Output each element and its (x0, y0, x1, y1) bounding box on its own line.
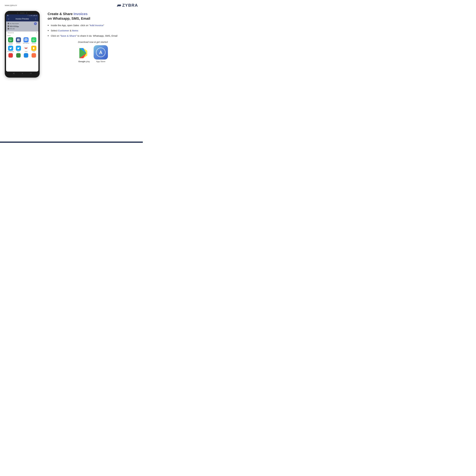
network-label: 4G (31, 15, 32, 16)
store-buttons: Google play (48, 45, 138, 63)
add-invoice-highlight: Add Invoice (90, 24, 103, 27)
whatsapp-biz-label: WhatsApp Busines s (7, 43, 14, 45)
tweet-icon (16, 46, 21, 51)
status-time: 2:04 (35, 15, 37, 16)
customer-icon (8, 23, 9, 24)
keep-label: Keep (33, 51, 35, 52)
partial-item-2 (15, 53, 22, 58)
customer-highlight: Customer (58, 29, 69, 32)
facebook-icon (16, 37, 21, 42)
customer-name: Mr. Ravi Kumar (10, 23, 19, 24)
bullet-2: Select Customer & Items (48, 29, 138, 32)
partial-item-3 (23, 53, 30, 58)
header: www.zybra.in ZYBRA (0, 0, 143, 9)
keep-icon (31, 46, 36, 51)
whatsapp-icon (31, 37, 36, 42)
menu-icon[interactable]: ⋮ (34, 17, 37, 20)
google-play-label: Google play (78, 60, 90, 63)
headline-invoices: Invoices (74, 12, 87, 16)
date-icon (8, 25, 9, 27)
edit-button[interactable]: ✎ (34, 22, 37, 25)
nav-home-icon[interactable]: ○ (22, 72, 23, 74)
items-highlight: Items (72, 29, 78, 32)
invoice-row: INV-166 (8, 28, 37, 30)
app-header: ← Invoice Preview ⋮ (6, 17, 38, 21)
invoice-info: ✎ Mr. Ravi Kumar Dated -18-Apr-18 Due in… (6, 21, 38, 32)
phone-speaker (20, 13, 25, 14)
sms-label: SMS Organizer (23, 43, 29, 44)
date-info: Dated -18-Apr-18 Due in 25 days (10, 25, 19, 27)
google-play-icon (78, 47, 90, 60)
nav-recent-icon[interactable]: □ (30, 72, 32, 74)
battery-icon: ▮ (34, 15, 34, 16)
phone-outer: ▣ 📳 ▲ 4G ▲ ▮ 2:04 ← Invoice Preview ⋮ (5, 11, 40, 78)
share-item-gmail[interactable]: Gmail (23, 46, 30, 52)
share-item-whatsapp-biz[interactable]: WhatsApp Busines s (7, 37, 14, 45)
logo-area: ZYBRA (117, 3, 138, 8)
download-title: Download now & get started (48, 41, 138, 43)
phone-notch (6, 13, 38, 14)
signal2-icon: ▲ (33, 15, 34, 16)
zybra-logo-icon (117, 4, 121, 7)
share-grid-row2: Direct Message Tweet (7, 46, 38, 52)
phone-navbar: ◁ ○ □ (6, 71, 38, 75)
bullet-3: Click on "Save & Share" to share it via … (48, 34, 138, 37)
headline: Create & Share Invoices on Whatsapp, SMS… (48, 12, 138, 21)
share-item-tweet[interactable]: Tweet (15, 46, 22, 52)
phone-screen: ▣ 📳 ▲ 4G ▲ ▮ 2:04 ← Invoice Preview ⋮ (6, 15, 38, 71)
phone-camera (17, 13, 18, 14)
tweet-label: Tweet (17, 51, 20, 52)
headline-part2: on Whatsapp, SMS, Email (48, 17, 90, 20)
invoice-number: INV-166 (10, 28, 15, 30)
vibrate-icon: 📳 (28, 15, 29, 16)
screen-title: Invoice Preview (16, 18, 29, 20)
whatsapp-label: WhatsApp (32, 43, 36, 44)
app-store-label: App Store (96, 60, 105, 63)
share-item-facebook[interactable]: Facebook (15, 37, 22, 45)
back-icon[interactable]: ← (8, 17, 10, 20)
nav-back-icon[interactable]: ◁ (13, 72, 14, 74)
share-grid-row3 (7, 53, 38, 58)
headline-part1: Create & Share (48, 12, 74, 16)
bullet-1: Inside the App, open Sales click on "Add… (48, 24, 138, 27)
customer-row: Mr. Ravi Kumar (8, 23, 34, 24)
share-item-dm[interactable]: Direct Message (7, 46, 14, 52)
website-url: www.zybra.in (5, 4, 17, 6)
bottom-bar (0, 141, 143, 143)
discount-value: 0 (36, 32, 37, 34)
share-grid-row1: WhatsApp Busines s Facebook (7, 37, 38, 45)
share-section: Share WhatsApp Busines s (6, 34, 38, 58)
direct-message-icon (8, 46, 13, 51)
dm-label: Direct Message (7, 51, 14, 52)
main-content: ▣ 📳 ▲ 4G ▲ ▮ 2:04 ← Invoice Preview ⋮ (0, 9, 143, 78)
share-item-sms[interactable]: SMS Organizer (23, 37, 30, 45)
right-content: Create & Share Invoices on Whatsapp, SMS… (48, 11, 138, 63)
logo-text: ZYBRA (122, 3, 138, 8)
status-icons: 📳 ▲ 4G ▲ ▮ 2:04 (28, 15, 37, 16)
save-share-highlight: Save & Share (61, 34, 76, 37)
bullet-list: Inside the App, open Sales click on "Add… (48, 24, 138, 37)
download-section: Download now & get started Google play (48, 41, 138, 63)
due-label: Due in 25 days (10, 26, 19, 27)
status-bar: ▣ 📳 ▲ 4G ▲ ▮ 2:04 (6, 15, 38, 17)
svg-marker-0 (117, 4, 121, 6)
discount-row: Discount (₹) 0 (6, 32, 38, 34)
share-item-keep[interactable]: Keep (30, 46, 37, 52)
google-play-btn[interactable]: Google play (78, 47, 90, 63)
status-icon-photo: ▣ (7, 15, 8, 16)
share-item-whatsapp[interactable]: WhatsApp (30, 37, 37, 45)
app-store-logo (98, 50, 104, 55)
gmail-icon (23, 46, 29, 51)
partial-item-1 (7, 53, 14, 58)
partial-item-4 (30, 53, 37, 58)
signal-icon: ▲ (29, 15, 31, 16)
invoice-icon (8, 28, 9, 30)
discount-label: Discount (₹) (8, 32, 14, 34)
date-row: Dated -18-Apr-18 Due in 25 days (8, 25, 34, 27)
gmail-label: Gmail (25, 51, 27, 52)
whatsapp-biz-icon (8, 37, 13, 42)
sms-icon (23, 37, 29, 42)
facebook-label: Facebook (16, 43, 20, 44)
phone-mockup: ▣ 📳 ▲ 4G ▲ ▮ 2:04 ← Invoice Preview ⋮ (5, 11, 43, 78)
app-store-btn[interactable]: App Store (94, 45, 108, 63)
